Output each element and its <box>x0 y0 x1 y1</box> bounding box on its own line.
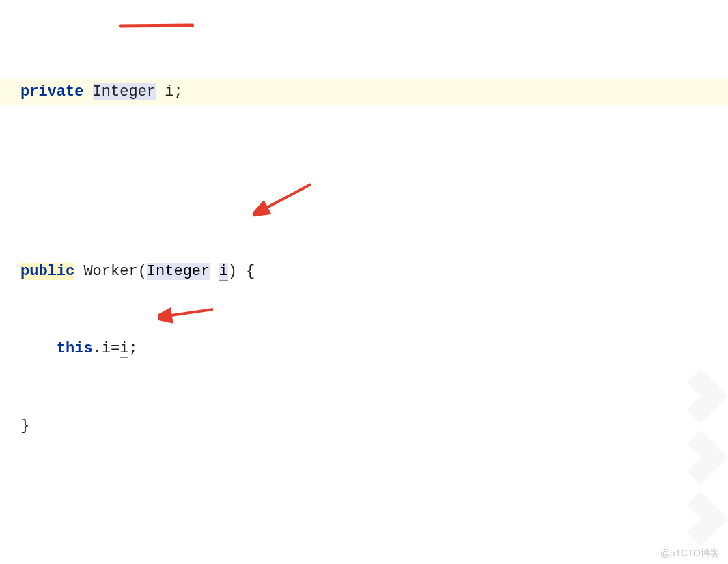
param-name: i <box>219 263 227 281</box>
watermark-chevrons <box>687 369 728 551</box>
code-line-3[interactable]: public Worker(Integer i) { <box>0 259 728 285</box>
code-line-2[interactable] <box>0 182 728 208</box>
watermark-text: @51CTO博客 <box>660 548 720 560</box>
keyword-private: private <box>20 83 83 100</box>
svg-marker-4 <box>687 492 728 546</box>
keyword-this: this <box>57 340 93 357</box>
code-line-4[interactable]: this.i=i; <box>0 336 728 362</box>
field-decl-rest: i; <box>156 83 183 100</box>
param-type: Integer <box>147 263 210 280</box>
code-line-1[interactable]: private Integer i; <box>0 79 728 105</box>
ctor-name: Worker( <box>74 263 147 280</box>
type-integer: Integer <box>93 83 156 100</box>
code-editor[interactable]: private Integer i; public Worker(Integer… <box>0 0 728 564</box>
code-line-5[interactable]: } <box>0 413 728 439</box>
red-underline-annotation <box>119 24 194 28</box>
svg-marker-2 <box>687 369 728 423</box>
keyword-public: public <box>20 263 74 280</box>
svg-marker-3 <box>687 430 728 485</box>
ref-i: i <box>120 340 128 358</box>
code-line-6[interactable] <box>0 490 728 516</box>
